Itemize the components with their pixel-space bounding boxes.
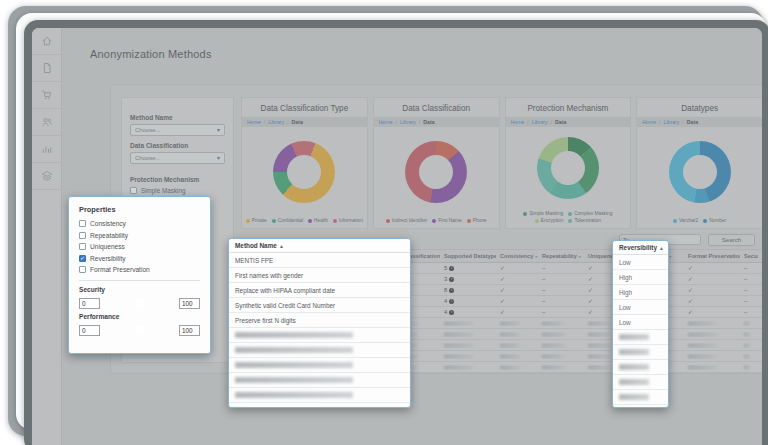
reversibility-popup-header[interactable]: Reversibility ▲ <box>613 241 668 255</box>
search-button[interactable]: Search <box>708 234 755 246</box>
reversibility-popup-row[interactable]: High <box>613 270 668 285</box>
legend-dot <box>386 219 390 223</box>
document-nav-button[interactable] <box>32 55 61 82</box>
reversibility-popup-row[interactable]: Low <box>613 255 668 270</box>
info-badge[interactable]: i <box>449 277 454 282</box>
performance-max-input[interactable] <box>179 325 200 336</box>
reversibility-popup-row-redacted <box>613 330 668 345</box>
donut-chart[interactable] <box>405 141 467 203</box>
redacted-cell <box>538 365 584 370</box>
home-nav-button[interactable] <box>32 28 61 55</box>
column-header-format-preservation[interactable]: Format Preservation▾ <box>684 253 740 259</box>
method-popup-header[interactable]: Method Name ▲ <box>229 239 410 253</box>
legend-item[interactable]: Phone <box>467 218 487 223</box>
method-popup-row[interactable]: MENTIS FPE <box>229 253 410 268</box>
breadcrumb-link[interactable]: Library <box>268 119 284 125</box>
legend-item[interactable]: Private <box>246 218 267 223</box>
legend-item[interactable]: Tokenization <box>568 218 601 223</box>
reversibility-popup-row[interactable]: High <box>613 285 668 300</box>
security-slider <box>79 297 200 309</box>
supported-datatypes-cell: 5i <box>440 265 496 271</box>
redacted-bar <box>588 332 611 337</box>
data-classification-select[interactable]: Choose... ▾ <box>130 152 225 164</box>
legend-item[interactable]: First Name <box>432 218 461 223</box>
sort-icon: ▾ <box>579 254 581 259</box>
users-nav-button[interactable] <box>32 109 61 136</box>
performance-min-input[interactable] <box>79 325 100 336</box>
property-reversibility-checkbox[interactable]: ✓ <box>79 255 86 262</box>
legend-dot <box>308 219 312 223</box>
data-classification-label: Data Classification <box>130 142 225 149</box>
breadcrumb-link[interactable]: Library <box>400 119 416 125</box>
legend-label: Varchar2 <box>679 218 698 223</box>
method-popup-row-redacted <box>229 358 410 373</box>
format-preservation-cell: ✓ <box>684 265 740 271</box>
redacted-bar <box>619 379 649 385</box>
legend-item[interactable]: Confidential <box>272 218 303 223</box>
method-name-label: Method Name <box>130 114 225 121</box>
reversibility-popup-row[interactable]: Low <box>613 300 668 315</box>
protection-option-checkbox[interactable] <box>130 187 137 194</box>
legend-item[interactable]: Varchar2 <box>673 218 698 223</box>
method-popup-row[interactable]: First names with gender <box>229 268 410 283</box>
info-badge[interactable]: i <box>449 310 454 315</box>
legend-item[interactable]: Complex Masking <box>568 211 612 216</box>
property-uniqueness-checkbox[interactable] <box>79 243 86 250</box>
legend-label: Complex Masking <box>574 211 612 216</box>
reversibility-popup-row[interactable]: Low <box>613 315 668 330</box>
redacted-cell <box>496 365 538 370</box>
legend-dot <box>432 219 436 223</box>
cart-nav-button[interactable] <box>32 82 61 109</box>
property-repeatability-checkbox[interactable] <box>79 232 86 239</box>
info-badge[interactable]: i <box>449 288 454 293</box>
legend-item[interactable]: Encryption <box>535 218 564 223</box>
column-header-supported-datatypes[interactable]: Supported Datatypes▾ <box>440 253 496 259</box>
property-format-preservation-checkbox[interactable] <box>79 266 86 273</box>
breadcrumb-link[interactable]: Home <box>511 119 525 125</box>
uniqueness-cell-value: ✓ <box>588 276 593 282</box>
format-preservation-cell: ✓ <box>684 276 740 282</box>
breadcrumb: Home/Library/Data <box>637 117 762 127</box>
column-header-label: Supported Datatypes <box>444 253 496 259</box>
column-header-security[interactable]: Security▾ <box>740 253 758 259</box>
layers-nav-button[interactable] <box>32 163 61 190</box>
redacted-bar <box>619 364 649 370</box>
method-name-select[interactable]: Choose... ▾ <box>130 124 225 136</box>
legend-dot <box>703 219 707 223</box>
legend-item[interactable]: Number <box>703 218 726 223</box>
page-title: Anonymization Methods <box>62 28 762 60</box>
legend-item[interactable]: Simple Masking <box>523 211 563 216</box>
breadcrumb: Home/Library/Data <box>506 117 631 127</box>
legend-item[interactable]: Information <box>333 218 363 223</box>
security-slider-handle[interactable] <box>134 298 145 309</box>
legend-item[interactable]: Indirect Identifier <box>386 218 427 223</box>
legend-item[interactable]: Health <box>308 218 328 223</box>
donut-chart[interactable] <box>537 137 599 199</box>
column-header-consistency[interactable]: Consistency▾ <box>496 253 538 259</box>
breadcrumb-link[interactable]: Library <box>532 119 548 125</box>
security-max-input[interactable] <box>179 298 200 309</box>
info-badge[interactable]: i <box>449 299 454 304</box>
repeatability-cell-value: – <box>542 287 545 293</box>
chart-nav-button[interactable] <box>32 136 61 163</box>
breadcrumb-current: Data <box>292 119 303 125</box>
method-popup-row[interactable]: Synthetic valid Credit Card Number <box>229 298 410 313</box>
method-popup-row[interactable]: Preserve first N digits <box>229 313 410 328</box>
breadcrumb-link[interactable]: Home <box>247 119 261 125</box>
info-badge[interactable]: i <box>449 266 454 271</box>
donut-chart[interactable] <box>669 141 731 203</box>
security-min-input[interactable] <box>79 298 100 309</box>
legend-dot <box>535 219 539 223</box>
property-consistency-checkbox[interactable] <box>79 220 86 227</box>
column-header-repeatability[interactable]: Repeatability▾ <box>538 253 584 259</box>
breadcrumb-link[interactable]: Library <box>664 119 680 125</box>
breadcrumb-link[interactable]: Home <box>379 119 393 125</box>
uniqueness-cell-value: ✓ <box>588 298 593 304</box>
performance-slider-handle[interactable] <box>134 325 145 336</box>
breadcrumb-link[interactable]: Home <box>642 119 656 125</box>
method-popup-row[interactable]: Replace with HIPAA compliant date <box>229 283 410 298</box>
redacted-bar <box>744 332 750 337</box>
donut-chart[interactable] <box>273 141 335 203</box>
chart-legend: Varchar2Number <box>637 216 762 228</box>
protection-option-label: Simple Masking <box>141 187 185 194</box>
